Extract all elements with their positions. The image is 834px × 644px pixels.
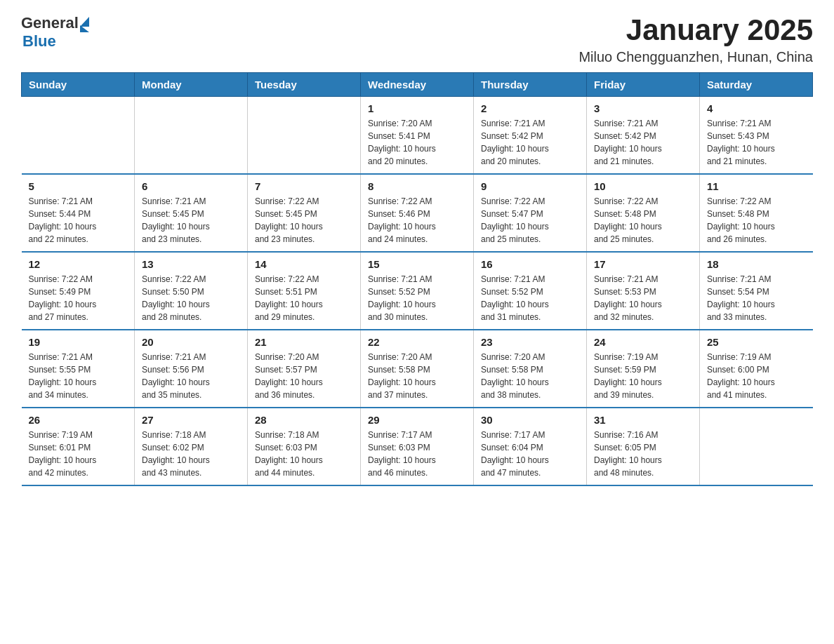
calendar-cell: 15Sunrise: 7:21 AM Sunset: 5:52 PM Dayli… xyxy=(361,252,474,330)
day-number: 19 xyxy=(29,336,128,348)
calendar-week-2: 5Sunrise: 7:21 AM Sunset: 5:44 PM Daylig… xyxy=(22,174,813,252)
logo-general-text: General xyxy=(21,14,79,32)
day-info: Sunrise: 7:18 AM Sunset: 6:03 PM Dayligh… xyxy=(255,429,353,479)
calendar-header-saturday: Saturday xyxy=(700,73,813,97)
calendar-cell: 5Sunrise: 7:21 AM Sunset: 5:44 PM Daylig… xyxy=(22,174,135,252)
day-info: Sunrise: 7:21 AM Sunset: 5:43 PM Dayligh… xyxy=(707,117,806,168)
day-number: 24 xyxy=(594,336,692,348)
day-number: 9 xyxy=(481,180,579,192)
calendar-header-wednesday: Wednesday xyxy=(361,73,474,97)
logo-blue-text: Blue xyxy=(22,32,56,51)
day-info: Sunrise: 7:21 AM Sunset: 5:44 PM Dayligh… xyxy=(29,195,128,246)
day-info: Sunrise: 7:22 AM Sunset: 5:45 PM Dayligh… xyxy=(255,195,353,246)
day-info: Sunrise: 7:22 AM Sunset: 5:46 PM Dayligh… xyxy=(368,195,466,246)
calendar-cell: 11Sunrise: 7:22 AM Sunset: 5:48 PM Dayli… xyxy=(700,174,813,252)
day-number: 29 xyxy=(368,414,466,426)
day-number: 15 xyxy=(368,258,466,270)
day-number: 1 xyxy=(368,102,466,114)
calendar-cell: 7Sunrise: 7:22 AM Sunset: 5:45 PM Daylig… xyxy=(248,174,361,252)
day-number: 23 xyxy=(481,336,579,348)
day-number: 22 xyxy=(368,336,466,348)
day-info: Sunrise: 7:21 AM Sunset: 5:42 PM Dayligh… xyxy=(594,117,692,168)
day-info: Sunrise: 7:16 AM Sunset: 6:05 PM Dayligh… xyxy=(594,429,692,479)
day-number: 10 xyxy=(594,180,692,192)
calendar-cell: 25Sunrise: 7:19 AM Sunset: 6:00 PM Dayli… xyxy=(700,330,813,408)
day-number: 8 xyxy=(368,180,466,192)
day-number: 18 xyxy=(707,258,806,270)
day-info: Sunrise: 7:20 AM Sunset: 5:58 PM Dayligh… xyxy=(481,351,579,401)
day-info: Sunrise: 7:19 AM Sunset: 5:59 PM Dayligh… xyxy=(594,351,692,401)
calendar-header-sunday: Sunday xyxy=(22,73,135,97)
day-info: Sunrise: 7:19 AM Sunset: 6:01 PM Dayligh… xyxy=(29,429,128,479)
day-number: 17 xyxy=(594,258,692,270)
calendar-cell: 10Sunrise: 7:22 AM Sunset: 5:48 PM Dayli… xyxy=(587,174,700,252)
calendar-cell: 20Sunrise: 7:21 AM Sunset: 5:56 PM Dayli… xyxy=(135,330,248,408)
day-number: 21 xyxy=(255,336,353,348)
calendar-header-tuesday: Tuesday xyxy=(248,73,361,97)
calendar-header-thursday: Thursday xyxy=(474,73,587,97)
calendar-cell: 16Sunrise: 7:21 AM Sunset: 5:52 PM Dayli… xyxy=(474,252,587,330)
day-number: 2 xyxy=(481,102,579,114)
day-info: Sunrise: 7:20 AM Sunset: 5:41 PM Dayligh… xyxy=(368,117,466,168)
day-info: Sunrise: 7:21 AM Sunset: 5:54 PM Dayligh… xyxy=(707,273,806,323)
calendar-cell: 2Sunrise: 7:21 AM Sunset: 5:42 PM Daylig… xyxy=(474,97,587,175)
calendar-cell: 19Sunrise: 7:21 AM Sunset: 5:55 PM Dayli… xyxy=(22,330,135,408)
day-info: Sunrise: 7:20 AM Sunset: 5:58 PM Dayligh… xyxy=(368,351,466,401)
day-info: Sunrise: 7:22 AM Sunset: 5:47 PM Dayligh… xyxy=(481,195,579,246)
calendar-cell: 28Sunrise: 7:18 AM Sunset: 6:03 PM Dayli… xyxy=(248,408,361,485)
day-number: 31 xyxy=(594,414,692,426)
calendar-cell: 27Sunrise: 7:18 AM Sunset: 6:02 PM Dayli… xyxy=(135,408,248,485)
calendar-cell: 8Sunrise: 7:22 AM Sunset: 5:46 PM Daylig… xyxy=(361,174,474,252)
day-number: 14 xyxy=(255,258,353,270)
day-info: Sunrise: 7:18 AM Sunset: 6:02 PM Dayligh… xyxy=(142,429,240,479)
calendar-cell: 12Sunrise: 7:22 AM Sunset: 5:49 PM Dayli… xyxy=(22,252,135,330)
day-number: 26 xyxy=(29,414,128,426)
day-info: Sunrise: 7:21 AM Sunset: 5:52 PM Dayligh… xyxy=(368,273,466,323)
day-number: 13 xyxy=(142,258,240,270)
calendar-week-4: 19Sunrise: 7:21 AM Sunset: 5:55 PM Dayli… xyxy=(22,330,813,408)
day-number: 5 xyxy=(29,180,128,192)
day-number: 28 xyxy=(255,414,353,426)
day-info: Sunrise: 7:21 AM Sunset: 5:55 PM Dayligh… xyxy=(29,351,128,401)
day-info: Sunrise: 7:20 AM Sunset: 5:57 PM Dayligh… xyxy=(255,351,353,401)
calendar-week-3: 12Sunrise: 7:22 AM Sunset: 5:49 PM Dayli… xyxy=(22,252,813,330)
calendar-cell: 14Sunrise: 7:22 AM Sunset: 5:51 PM Dayli… xyxy=(248,252,361,330)
calendar-cell xyxy=(135,97,248,175)
calendar-week-5: 26Sunrise: 7:19 AM Sunset: 6:01 PM Dayli… xyxy=(22,408,813,485)
day-number: 30 xyxy=(481,414,579,426)
calendar-cell: 17Sunrise: 7:21 AM Sunset: 5:53 PM Dayli… xyxy=(587,252,700,330)
calendar-cell xyxy=(248,97,361,175)
calendar-cell: 1Sunrise: 7:20 AM Sunset: 5:41 PM Daylig… xyxy=(361,97,474,175)
day-info: Sunrise: 7:22 AM Sunset: 5:50 PM Dayligh… xyxy=(142,273,240,323)
day-number: 25 xyxy=(707,336,806,348)
calendar-cell: 31Sunrise: 7:16 AM Sunset: 6:05 PM Dayli… xyxy=(587,408,700,485)
day-number: 7 xyxy=(255,180,353,192)
calendar-header-monday: Monday xyxy=(135,73,248,97)
day-info: Sunrise: 7:21 AM Sunset: 5:42 PM Dayligh… xyxy=(481,117,579,168)
day-number: 11 xyxy=(707,180,806,192)
calendar-cell: 30Sunrise: 7:17 AM Sunset: 6:04 PM Dayli… xyxy=(474,408,587,485)
calendar-cell: 22Sunrise: 7:20 AM Sunset: 5:58 PM Dayli… xyxy=(361,330,474,408)
day-info: Sunrise: 7:22 AM Sunset: 5:51 PM Dayligh… xyxy=(255,273,353,323)
calendar-cell: 3Sunrise: 7:21 AM Sunset: 5:42 PM Daylig… xyxy=(587,97,700,175)
day-number: 16 xyxy=(481,258,579,270)
calendar-week-1: 1Sunrise: 7:20 AM Sunset: 5:41 PM Daylig… xyxy=(22,97,813,175)
day-info: Sunrise: 7:21 AM Sunset: 5:56 PM Dayligh… xyxy=(142,351,240,401)
calendar-header-friday: Friday xyxy=(587,73,700,97)
calendar-cell xyxy=(22,97,135,175)
day-info: Sunrise: 7:21 AM Sunset: 5:45 PM Dayligh… xyxy=(142,195,240,246)
day-info: Sunrise: 7:22 AM Sunset: 5:48 PM Dayligh… xyxy=(707,195,806,246)
day-number: 4 xyxy=(707,102,806,114)
calendar-cell: 6Sunrise: 7:21 AM Sunset: 5:45 PM Daylig… xyxy=(135,174,248,252)
calendar-cell xyxy=(700,408,813,485)
calendar-cell: 24Sunrise: 7:19 AM Sunset: 5:59 PM Dayli… xyxy=(587,330,700,408)
title-block: January 2025 Miluo Chengguanzhen, Hunan,… xyxy=(578,14,813,65)
day-number: 27 xyxy=(142,414,240,426)
day-number: 20 xyxy=(142,336,240,348)
day-info: Sunrise: 7:17 AM Sunset: 6:04 PM Dayligh… xyxy=(481,429,579,479)
day-info: Sunrise: 7:17 AM Sunset: 6:03 PM Dayligh… xyxy=(368,429,466,479)
day-info: Sunrise: 7:21 AM Sunset: 5:52 PM Dayligh… xyxy=(481,273,579,323)
calendar-cell: 23Sunrise: 7:20 AM Sunset: 5:58 PM Dayli… xyxy=(474,330,587,408)
calendar-cell: 18Sunrise: 7:21 AM Sunset: 5:54 PM Dayli… xyxy=(700,252,813,330)
page-subtitle: Miluo Chengguanzhen, Hunan, China xyxy=(578,49,813,65)
